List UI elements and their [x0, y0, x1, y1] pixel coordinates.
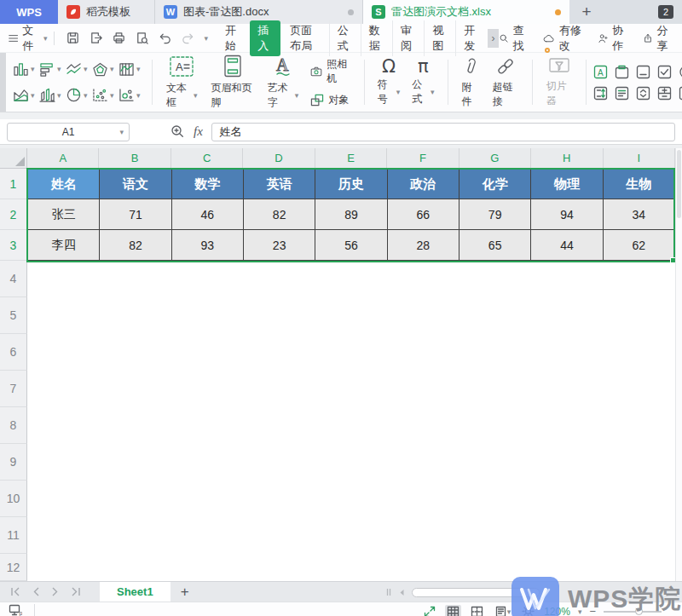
- header-footer-button[interactable]: 页眉和页脚: [204, 53, 260, 112]
- row-header-4[interactable]: 4: [0, 261, 27, 297]
- zoom-level[interactable]: 120%: [544, 606, 570, 616]
- row-header-9[interactable]: 9: [0, 444, 27, 481]
- collaborate-button[interactable]: 协作: [598, 23, 628, 54]
- equation-button[interactable]: π 公式▾: [406, 53, 440, 112]
- cell-C3[interactable]: 93: [172, 230, 244, 261]
- last-sheet-icon[interactable]: [70, 587, 81, 596]
- macro-record-icon[interactable]: p: [9, 604, 22, 616]
- cell-F1[interactable]: 政治: [388, 169, 459, 199]
- column-header-G[interactable]: G: [459, 148, 531, 168]
- insert-radar-chart-button[interactable]: ▾: [92, 62, 118, 77]
- menu-item-数据[interactable]: 数据: [361, 20, 392, 56]
- cell-D3[interactable]: 23: [244, 230, 315, 261]
- page-break-view-button[interactable]: [469, 605, 485, 616]
- cell-H3[interactable]: 44: [531, 230, 603, 261]
- redo-button-disabled[interactable]: [176, 31, 199, 45]
- cell-I3[interactable]: 62: [604, 230, 675, 261]
- new-tab-button[interactable]: +: [569, 0, 604, 24]
- cell-H1[interactable]: 物理: [531, 169, 603, 199]
- menu-item-开始[interactable]: 开始: [217, 20, 248, 56]
- row-header-2[interactable]: 2: [0, 199, 27, 230]
- output-button[interactable]: [84, 31, 107, 45]
- cell-A1[interactable]: 姓名: [27, 169, 100, 199]
- row-header-10[interactable]: 10: [0, 481, 27, 517]
- attachment-button[interactable]: 附件: [455, 53, 486, 112]
- column-header-C[interactable]: C: [171, 148, 243, 168]
- insert-scatter-chart-button[interactable]: ▾: [92, 88, 118, 102]
- textbox-button[interactable]: A 文本框▾: [159, 53, 204, 112]
- cell-F2[interactable]: 66: [388, 199, 459, 230]
- cell-E3[interactable]: 56: [315, 230, 387, 261]
- cell-D2[interactable]: 82: [244, 199, 315, 230]
- share-button[interactable]: 分享: [643, 23, 673, 54]
- scroll-left-icon[interactable]: [399, 589, 405, 596]
- row-header-7[interactable]: 7: [0, 371, 27, 407]
- camera-button[interactable]: 照相机: [310, 57, 352, 86]
- cell-B1[interactable]: 语文: [100, 169, 171, 199]
- row-height-control-button[interactable]: [593, 86, 608, 101]
- select-all-corner[interactable]: [0, 148, 27, 168]
- column-header-D[interactable]: D: [243, 148, 315, 168]
- wps-home-tab[interactable]: WPS: [0, 0, 58, 24]
- menu-item-插入[interactable]: 插入: [250, 20, 280, 56]
- undo-button[interactable]: [153, 31, 176, 45]
- cell-G3[interactable]: 65: [459, 230, 531, 261]
- split-handle-icon[interactable]: [385, 588, 392, 596]
- row-header-5[interactable]: 5: [0, 297, 27, 334]
- column-header-B[interactable]: B: [99, 148, 170, 168]
- menu-item-审阅[interactable]: 审阅: [392, 20, 424, 56]
- insert-line-chart-button[interactable]: ▾: [66, 62, 92, 77]
- menu-item-页面布局[interactable]: 页面布局: [282, 20, 328, 56]
- cell-I2[interactable]: 34: [604, 199, 675, 230]
- menu-item-开发[interactable]: 开发: [455, 20, 487, 56]
- cell-E2[interactable]: 89: [315, 199, 387, 230]
- sheet-tab-sheet1[interactable]: Sheet1: [100, 582, 170, 602]
- vertical-scrollbar-thumb[interactable]: [677, 150, 681, 218]
- row-header-12[interactable]: 12: [0, 554, 27, 581]
- cell-B2[interactable]: 71: [100, 199, 171, 230]
- menu-item-公式[interactable]: 公式: [329, 20, 361, 56]
- row-header-6[interactable]: 6: [0, 334, 27, 371]
- fit-selection-button[interactable]: [422, 605, 437, 616]
- insert-function-button[interactable]: fx: [194, 124, 203, 139]
- next-sheet-icon[interactable]: [51, 587, 59, 596]
- insert-area-chart-button[interactable]: ▾: [13, 88, 39, 102]
- find-button[interactable]: 查找: [499, 23, 529, 54]
- normal-view-button[interactable]: [445, 605, 461, 616]
- print-button[interactable]: [107, 31, 130, 45]
- cell-G1[interactable]: 化学: [459, 169, 531, 199]
- cell-F3[interactable]: 28: [388, 230, 459, 261]
- scrollbar-control-button[interactable]: [679, 86, 682, 101]
- insert-bubble-chart-button[interactable]: ▾: [118, 88, 145, 102]
- row-header-1[interactable]: 1: [0, 169, 27, 199]
- button-control-button[interactable]: [636, 65, 650, 79]
- vertical-scrollbar[interactable]: [675, 148, 682, 581]
- toolbar-more-caret[interactable]: ▾: [199, 34, 212, 43]
- cell-B3[interactable]: 82: [100, 230, 171, 261]
- column-header-I[interactable]: I: [604, 148, 675, 168]
- formula-input[interactable]: 姓名: [211, 123, 675, 141]
- insert-3d-chart-button[interactable]: ▾: [39, 88, 66, 102]
- cell-E1[interactable]: 历史: [315, 169, 387, 199]
- hyperlink-button[interactable]: 超链接: [486, 53, 525, 112]
- name-box[interactable]: A1 ▾: [7, 123, 130, 141]
- object-button[interactable]: 对象: [310, 93, 352, 107]
- cell-H2[interactable]: 94: [531, 199, 603, 230]
- cell-A3[interactable]: 李四: [27, 230, 100, 261]
- zoom-slider-thumb[interactable]: [635, 607, 643, 615]
- groupbox-control-button[interactable]: [615, 65, 629, 79]
- combobox-control-button[interactable]: [636, 86, 650, 101]
- first-sheet-icon[interactable]: [10, 587, 21, 596]
- print-preview-button[interactable]: [130, 31, 153, 45]
- cell-C2[interactable]: 46: [172, 199, 244, 230]
- checkbox-control-button[interactable]: [657, 65, 672, 79]
- insert-bar-chart-button[interactable]: ▾: [39, 62, 66, 77]
- modified-status[interactable]: 有修改: [543, 23, 584, 54]
- cell-A2[interactable]: 张三: [27, 199, 100, 230]
- insert-stock-chart-button[interactable]: ▾: [118, 62, 145, 77]
- row-header-8[interactable]: 8: [0, 407, 27, 444]
- spinner-control-button[interactable]: [657, 86, 672, 101]
- label-control-button[interactable]: A: [593, 65, 608, 79]
- file-menu[interactable]: 文件 ▾: [9, 23, 47, 54]
- cell-I1[interactable]: 生物: [604, 169, 675, 199]
